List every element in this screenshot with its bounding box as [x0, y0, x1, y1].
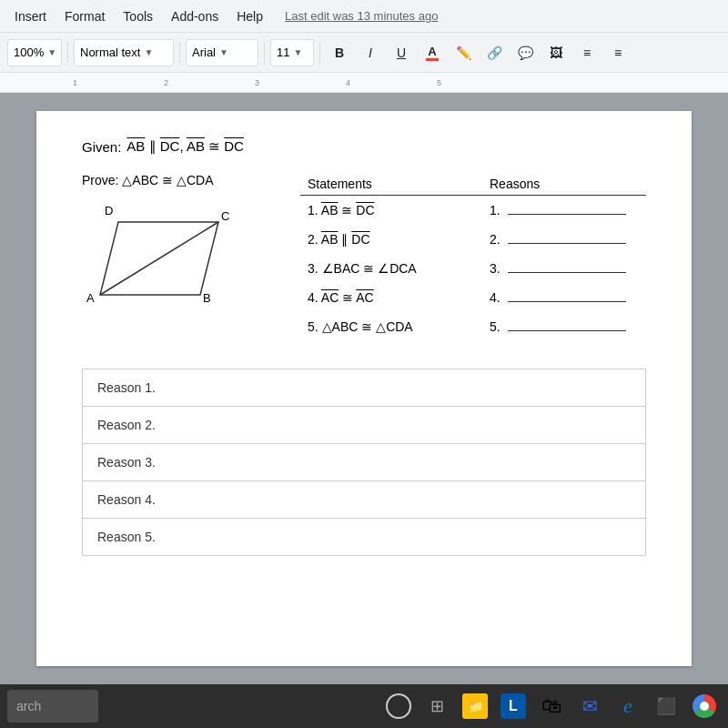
search-text: arch	[16, 699, 41, 713]
statement-4: 4. AC ≅ AC	[300, 283, 482, 312]
highlight-button[interactable]: ✏️	[450, 39, 477, 66]
taskbar-icons: ⊞ 📁 L 🛍 ✉ e ⬛	[382, 690, 721, 723]
statement-3: 3. ∠BAC ≅ ∠DCA	[300, 254, 482, 283]
answer-boxes: Reason 1. Reason 2. Reason 3. Reason 4. …	[82, 369, 646, 556]
given-label: Given:	[82, 139, 121, 155]
circle-icon	[386, 693, 411, 719]
statement-5: 5. △ABC ≅ △CDA	[300, 312, 482, 341]
reason-3: 3.	[482, 254, 646, 283]
reason-2: 2.	[482, 225, 646, 254]
font-color-button[interactable]: A	[419, 39, 446, 66]
menu-addons[interactable]: Add-ons	[164, 5, 226, 27]
font-select[interactable]: Arial ▼	[186, 39, 258, 66]
bold-button[interactable]: B	[326, 39, 353, 66]
size-arrow-icon: ▼	[293, 47, 302, 57]
diagram-area: Prove: △ABC ≅ △CDA A B C D	[82, 173, 282, 322]
menu-help[interactable]: Help	[229, 5, 270, 27]
table-row: 2. AB ∥ DC 2.	[300, 225, 646, 254]
underline-button[interactable]: U	[388, 39, 415, 66]
taskbar-store-button[interactable]: 🛍	[535, 690, 568, 723]
style-select[interactable]: Normal text ▼	[74, 39, 174, 66]
taskbar-circle-button[interactable]	[382, 690, 415, 723]
taskbar-ms-button[interactable]: ⬛	[650, 690, 682, 723]
proof-section: Prove: △ABC ≅ △CDA A B C D	[82, 173, 646, 341]
taskbar-mail-button[interactable]: ✉	[573, 690, 606, 723]
reason-1: 1.	[482, 196, 646, 226]
given-line: Given: AB ∥ DC, AB ≅ DC	[82, 138, 646, 155]
align-right-button[interactable]: ≡	[604, 39, 632, 66]
taskbar-window-button[interactable]: ⊞	[420, 690, 453, 723]
answer-row-5[interactable]: Reason 5.	[83, 519, 645, 555]
chrome-icon	[693, 694, 716, 718]
align-left-button[interactable]: ≡	[573, 39, 601, 66]
answer-row-3[interactable]: Reason 3.	[83, 444, 645, 481]
search-area[interactable]: arch	[7, 690, 98, 723]
answer-row-1[interactable]: Reason 1.	[83, 369, 645, 407]
svg-line-1	[100, 222, 218, 295]
statement-2: 2. AB ∥ DC	[300, 225, 482, 254]
answer-row-4[interactable]: Reason 4.	[83, 481, 645, 519]
font-arrow-icon: ▼	[219, 47, 228, 57]
geometry-diagram: A B C D	[82, 195, 237, 322]
bag-icon: 🛍	[541, 694, 561, 718]
svg-text:C: C	[221, 209, 229, 223]
size-select[interactable]: 11 ▼	[270, 39, 314, 66]
table-row: 4. AC ≅ AC 4.	[300, 283, 646, 312]
toolbar: 100% ▼ Normal text ▼ Arial ▼ 11 ▼ B I U …	[0, 33, 728, 73]
ruler: 1 2 3 4 5	[0, 73, 728, 93]
style-arrow-icon: ▼	[144, 47, 153, 57]
answer-row-2[interactable]: Reason 2.	[83, 407, 645, 444]
table-row: 3. ∠BAC ≅ ∠DCA 3.	[300, 254, 646, 283]
edge-icon: e	[623, 694, 632, 718]
menu-format[interactable]: Format	[57, 5, 112, 27]
image-button[interactable]: 🖼	[542, 39, 570, 66]
zoom-arrow-icon: ▼	[47, 47, 56, 57]
divider-4	[319, 42, 320, 64]
statements-header: Statements	[300, 173, 482, 196]
divider-1	[67, 42, 68, 64]
table-row: 1. AB ≅ DC 1.	[300, 196, 646, 226]
svg-text:A: A	[86, 291, 95, 305]
proof-table-area: Statements Reasons 1. AB ≅ DC 1. 2. AB ∥…	[300, 173, 646, 341]
last-edit-label: Last edit was 13 minutes ago	[285, 9, 438, 23]
font-color-bar	[426, 58, 439, 61]
taskbar-edge-button[interactable]: e	[612, 690, 644, 723]
link-button[interactable]: 🔗	[480, 39, 508, 66]
menu-tools[interactable]: Tools	[116, 5, 160, 27]
svg-text:B: B	[203, 291, 211, 305]
microsoft-icon: ⬛	[656, 696, 676, 716]
reason-4: 4.	[482, 283, 646, 312]
statement-1: 1. AB ≅ DC	[300, 196, 482, 226]
table-row: 5. △ABC ≅ △CDA 5.	[300, 312, 646, 341]
document-area: Given: AB ∥ DC, AB ≅ DC Prove: △ABC ≅ △C…	[0, 93, 728, 684]
taskbar-files-button[interactable]: 📁	[459, 690, 491, 723]
L-icon: L	[500, 693, 526, 719]
reason-5: 5.	[482, 312, 646, 341]
divider-2	[179, 42, 180, 64]
folder-icon: 📁	[462, 693, 488, 719]
taskbar: arch ⊞ 📁 L 🛍 ✉ e ⬛	[0, 684, 728, 728]
given-content: AB ∥ DC, AB ≅ DC	[126, 138, 244, 155]
menu-bar: Insert Format Tools Add-ons Help Last ed…	[0, 0, 728, 33]
menu-insert[interactable]: Insert	[7, 5, 54, 27]
taskbar-chrome-button[interactable]	[688, 690, 721, 723]
comment-button[interactable]: 💬	[511, 39, 539, 66]
taskbar-L-button[interactable]: L	[497, 690, 530, 723]
proof-table: Statements Reasons 1. AB ≅ DC 1. 2. AB ∥…	[300, 173, 646, 341]
svg-text:D: D	[105, 204, 113, 217]
reasons-header: Reasons	[482, 173, 646, 196]
mail-icon: ✉	[582, 695, 598, 717]
zoom-select[interactable]: 100% ▼	[7, 39, 62, 66]
document-page: Given: AB ∥ DC, AB ≅ DC Prove: △ABC ≅ △C…	[36, 111, 692, 666]
divider-3	[264, 42, 265, 64]
italic-button[interactable]: I	[357, 39, 384, 66]
prove-text: Prove: △ABC ≅ △CDA	[82, 173, 213, 187]
